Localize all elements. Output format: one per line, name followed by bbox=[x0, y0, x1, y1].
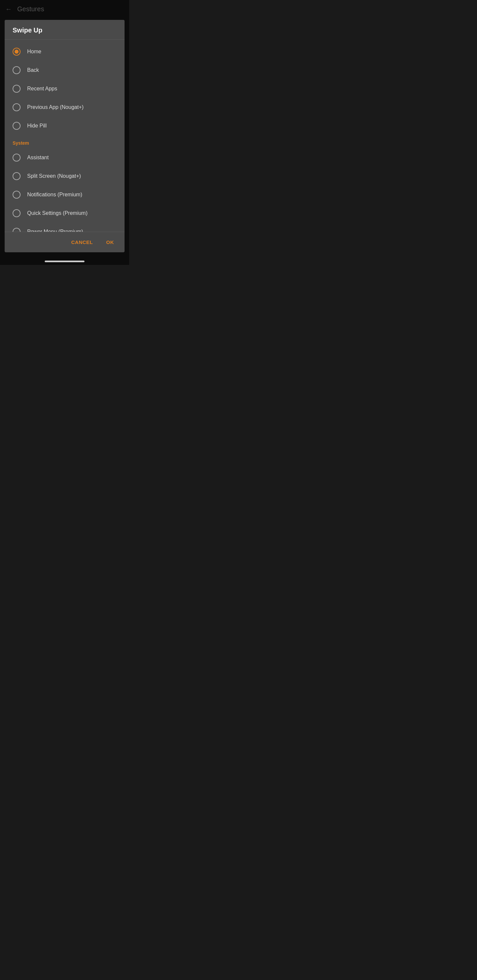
radio-circle-previous-app bbox=[13, 103, 21, 111]
radio-label-quick-settings: Quick Settings (Premium) bbox=[27, 210, 88, 216]
swipe-up-dialog: Swipe Up Home Back Recent Apps Previous … bbox=[5, 20, 124, 252]
radio-label-home: Home bbox=[27, 49, 41, 55]
radio-label-recent-apps: Recent Apps bbox=[27, 86, 57, 92]
dialog-title: Swipe Up bbox=[5, 20, 124, 40]
radio-label-back: Back bbox=[27, 67, 39, 73]
radio-circle-quick-settings bbox=[13, 209, 21, 217]
radio-label-assistant: Assistant bbox=[27, 154, 49, 161]
radio-item-split-screen[interactable]: Split Screen (Nougat+) bbox=[5, 167, 124, 185]
radio-label-split-screen: Split Screen (Nougat+) bbox=[27, 173, 81, 179]
radio-circle-notifications bbox=[13, 191, 21, 199]
ok-button[interactable]: OK bbox=[101, 236, 120, 248]
system-section-label: System bbox=[5, 135, 124, 148]
radio-item-hide-pill[interactable]: Hide Pill bbox=[5, 116, 124, 135]
cancel-button[interactable]: CANCEL bbox=[66, 236, 98, 248]
radio-circle-assistant bbox=[13, 154, 21, 162]
dialog-body: Home Back Recent Apps Previous App (Noug… bbox=[5, 40, 124, 232]
radio-circle-hide-pill bbox=[13, 122, 21, 130]
radio-item-notifications[interactable]: Notifications (Premium) bbox=[5, 185, 124, 204]
radio-item-recent-apps[interactable]: Recent Apps bbox=[5, 80, 124, 98]
radio-circle-power-menu bbox=[13, 228, 21, 232]
radio-item-back[interactable]: Back bbox=[5, 61, 124, 80]
radio-label-previous-app: Previous App (Nougat+) bbox=[27, 104, 83, 110]
dialog-footer: CANCEL OK bbox=[5, 232, 124, 252]
home-indicator bbox=[45, 261, 85, 262]
radio-circle-split-screen bbox=[13, 172, 21, 180]
radio-circle-back bbox=[13, 66, 21, 74]
radio-circle-home bbox=[13, 48, 21, 56]
radio-item-previous-app[interactable]: Previous App (Nougat+) bbox=[5, 98, 124, 116]
radio-inner-home bbox=[14, 50, 19, 54]
radio-item-quick-settings[interactable]: Quick Settings (Premium) bbox=[5, 204, 124, 223]
radio-label-hide-pill: Hide Pill bbox=[27, 123, 47, 129]
radio-label-notifications: Notifications (Premium) bbox=[27, 192, 82, 198]
radio-item-home[interactable]: Home bbox=[5, 42, 124, 61]
radio-item-assistant[interactable]: Assistant bbox=[5, 148, 124, 167]
radio-item-power-menu[interactable]: Power Menu (Premium) bbox=[5, 223, 124, 232]
radio-circle-recent-apps bbox=[13, 85, 21, 93]
radio-label-power-menu: Power Menu (Premium) bbox=[27, 229, 83, 232]
